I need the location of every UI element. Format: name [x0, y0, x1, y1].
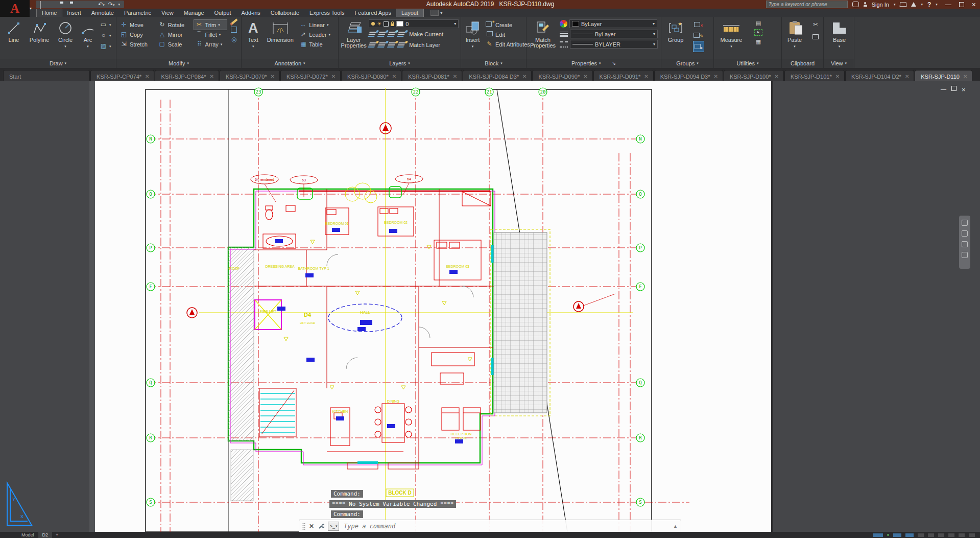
layer-properties-button[interactable]: Layer Properties	[341, 18, 367, 59]
snap-toggle[interactable]	[893, 533, 901, 537]
search-binoculars-icon[interactable]	[852, 2, 859, 7]
tab-close-icon[interactable]: ✕	[713, 74, 718, 79]
plot-icon[interactable]	[79, 2, 85, 7]
new-file-icon[interactable]	[40, 2, 46, 7]
select-objects-icon[interactable]: ▸	[754, 29, 762, 36]
lineweight-toggle[interactable]	[938, 533, 944, 537]
layer-unlock-all-icon[interactable]	[387, 42, 396, 48]
quick-calculator-icon[interactable]: ▦	[756, 38, 761, 45]
group-selection-toggle-icon[interactable]: ▸	[694, 41, 704, 52]
customize-status-button[interactable]	[969, 533, 975, 537]
panel-label-modify[interactable]: Modify▾	[116, 59, 242, 68]
layer-thaw-icon[interactable]	[377, 42, 386, 48]
new-layout-button[interactable]: +	[52, 532, 62, 537]
autodesk-share-icon[interactable]	[911, 2, 916, 7]
tab-close-icon[interactable]: ✕	[775, 74, 779, 79]
cut-icon[interactable]: ✂	[813, 21, 818, 28]
lineweight-dropdown[interactable]: ByLayer ▾	[570, 30, 658, 38]
app-menu-dropdown-icon[interactable]: ▾	[30, 6, 32, 11]
ellipse-tool-icon[interactable]: ○▾	[98, 31, 113, 40]
dimension-button[interactable]: Dimension	[265, 18, 296, 59]
polar-toggle[interactable]	[918, 533, 924, 537]
model-tab[interactable]: Model	[17, 532, 38, 537]
circle-button[interactable]: Circle▾	[53, 18, 78, 59]
layer-isolate-icon[interactable]	[377, 32, 386, 37]
group-button[interactable]: ★ Group	[663, 18, 688, 59]
command-bar-grip[interactable]	[302, 523, 305, 530]
tab-annotate[interactable]: Annotate	[86, 9, 119, 17]
doc-minimize-icon[interactable]: —	[941, 86, 946, 93]
object-color-dropdown[interactable]: ByLayer ▾	[569, 19, 657, 28]
layer-lock-icon[interactable]	[397, 32, 405, 37]
tab-close-icon[interactable]: ✕	[583, 74, 587, 79]
insert-block-button[interactable]: Insert▾	[463, 18, 482, 59]
drawing-canvas[interactable]: 23 22 21 20 N O P F Q R S N O P F Q R S	[0, 81, 980, 532]
user-account-icon[interactable]	[864, 5, 867, 7]
copy-clip-icon[interactable]	[812, 32, 819, 41]
layer-freeze-icon[interactable]	[387, 32, 396, 37]
tab-home[interactable]: Home	[37, 9, 62, 17]
doc-restore-icon[interactable]	[951, 86, 957, 91]
file-tab-start[interactable]: Start	[3, 70, 90, 81]
panel-label-layers[interactable]: Layers▾	[339, 59, 461, 68]
command-history-up-icon[interactable]: ▲	[673, 524, 678, 529]
grid-status-dot[interactable]	[887, 534, 889, 536]
tab-close-icon[interactable]: ✕	[145, 74, 149, 79]
trim-button[interactable]: ✂Trim▾	[194, 20, 227, 30]
tab-close-icon[interactable]: ✕	[271, 74, 275, 79]
layer-unisolate-icon[interactable]	[397, 42, 405, 48]
erase-icon[interactable]	[230, 18, 238, 25]
zoom-icon[interactable]	[962, 241, 968, 247]
command-prompt-icon[interactable]: >_▾	[328, 522, 339, 531]
customization-wrench-icon[interactable]	[318, 523, 324, 530]
layout-tab-d2[interactable]: D2	[38, 532, 53, 538]
make-current-button[interactable]: Make Current	[408, 30, 445, 39]
tab-close-icon[interactable]: ✕	[331, 74, 336, 79]
properties-dialog-launcher-icon[interactable]: ↘	[612, 61, 616, 66]
move-button[interactable]: ✛Move	[118, 20, 156, 30]
qat-customize-dropdown-icon[interactable]: ▾	[118, 3, 120, 7]
file-tab[interactable]: KSR-SJP-D104 D2*✕	[845, 70, 914, 81]
tab-add-ins[interactable]: Add-ins	[236, 9, 266, 17]
layer-off-icon[interactable]	[368, 32, 376, 37]
text-button[interactable]: A Text▾	[244, 18, 262, 59]
ungroup-icon[interactable]: ×	[694, 20, 703, 29]
open-folder-icon[interactable]	[50, 2, 56, 7]
panel-label-utilities[interactable]: Utilities▾	[714, 59, 782, 68]
tab-layout[interactable]: Layout	[396, 9, 423, 17]
rectangle-tool-icon[interactable]: ▭▾	[98, 20, 113, 30]
tab-manage[interactable]: Manage	[179, 9, 209, 17]
table-button[interactable]: ▦Table	[298, 39, 337, 49]
panel-label-block[interactable]: Block▾	[461, 59, 527, 68]
file-tab[interactable]: KSR-SJP-D094 D3*✕	[654, 70, 723, 81]
tab-parametric[interactable]: Parametric	[119, 9, 156, 17]
stretch-button[interactable]: ⇲Stretch	[118, 39, 156, 49]
layer-on-all-icon[interactable]	[368, 42, 376, 48]
close-button[interactable]: ×	[969, 2, 979, 8]
mirror-button[interactable]: △Mirror	[157, 30, 193, 39]
polyline-button[interactable]: Polyline	[26, 18, 53, 59]
file-tab[interactable]: KSR-SJP-D081*✕	[402, 70, 462, 81]
command-input[interactable]	[343, 522, 670, 530]
tab-close-icon[interactable]: ✕	[644, 74, 648, 79]
line-button[interactable]: Line	[2, 18, 26, 59]
undo-icon[interactable]: ↶▾	[98, 2, 105, 8]
help-dropdown-icon[interactable]: ▾	[936, 3, 938, 7]
tab-featured-apps[interactable]: Featured Apps	[349, 9, 396, 17]
tab-output[interactable]: Output	[209, 9, 236, 17]
leader-button[interactable]: ↗Leader▾	[298, 30, 337, 39]
linetype-dropdown[interactable]: BYLAYER ▾	[570, 40, 658, 49]
sign-in-button[interactable]: Sign In	[872, 2, 889, 8]
file-tab[interactable]: KSR-SJP-D070*✕	[220, 70, 280, 81]
tab-collaborate[interactable]: Collaborate	[266, 9, 304, 17]
help-icon[interactable]: ?	[927, 1, 931, 8]
file-tab[interactable]: KSR-SJP-D072*✕	[280, 70, 341, 81]
hatch-tool-icon[interactable]: ▨▾	[98, 41, 113, 51]
layer-select-dropdown[interactable]: ☀ 0 ▾	[369, 19, 459, 28]
doc-close-icon[interactable]: ×	[962, 86, 966, 93]
panel-label-properties[interactable]: Properties▾↘	[527, 59, 661, 68]
match-properties-button[interactable]: Match Properties	[529, 18, 557, 59]
pan-icon[interactable]	[962, 230, 968, 237]
quick-select-icon[interactable]: ▤	[756, 20, 761, 27]
file-tab-active[interactable]: KSR-SJP-D110✕	[915, 70, 972, 81]
